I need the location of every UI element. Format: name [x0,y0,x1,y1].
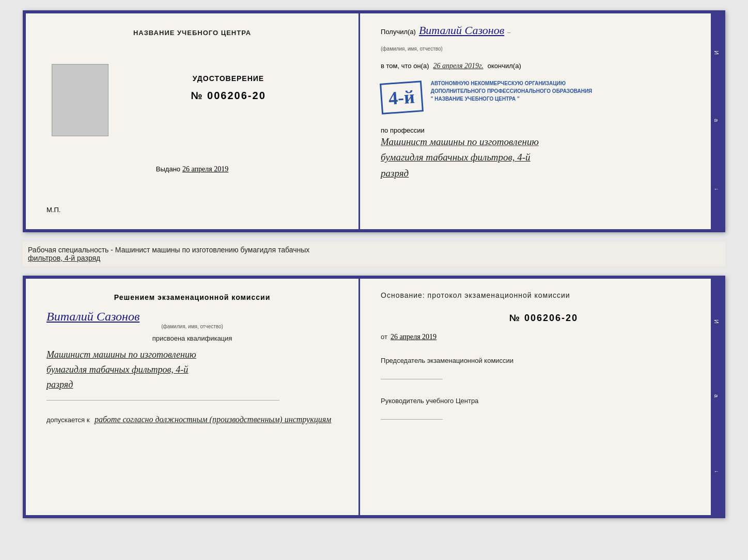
cert-title-block: НАЗВАНИЕ УЧЕБНОГО ЦЕНТРА [133,29,251,37]
basis-label: Основание: протокол экзаменационной коми… [381,291,707,299]
received-prefix: Получил(а) [381,27,416,37]
center-title-top: НАЗВАНИЕ УЧЕБНОГО ЦЕНТРА [133,29,251,37]
stamp-box: 4-й [380,81,424,114]
margin-bottom-letter-arrow: ← [713,468,719,474]
recipient-name: Виталий Сазонов [419,24,504,37]
cert-right-page: Получил(а) Виталий Сазонов – (фамилия, и… [360,13,722,229]
protocol-number: № 006206-20 [381,313,707,324]
protocol-date: 26 апреля 2019 [391,333,437,341]
certificate-document-bottom: Решением экзаменационной комиссии Витали… [23,276,725,518]
cert-title-label: УДОСТОВЕРЕНИЕ [193,74,264,83]
qualification-handwritten: Машинист машины по изготовлению бумагидл… [46,347,338,392]
middle-text-line2: фильтров, 4-й разряд [28,254,720,262]
issued-date: 26 апреля 2019 [182,165,228,173]
commission-title: Решением экзаменационной комиссии [46,293,338,301]
margin-letter-a: а [713,119,720,122]
stamp-line1: АВТОНОМНУЮ НЕКОММЕРЧЕСКУЮ ОРГАНИЗАЦИЮ [431,80,593,87]
margin-bottom-letter-a: а [713,394,720,397]
qualification-label: присвоена квалификация [46,334,338,342]
allowed-prefix: допускается к [46,416,89,424]
stamp-line3: " НАЗВАНИЕ УЧЕБНОГО ЦЕНТРА " [431,95,593,102]
issued-label: Выдано [156,165,180,173]
director-label: Руководитель учебного Центра [381,397,707,405]
cert-number: № 006206-20 [191,90,266,102]
completed-suffix: окончил(а) [488,61,521,72]
certificate-document-top: НАЗВАНИЕ УЧЕБНОГО ЦЕНТРА УДОСТОВЕРЕНИЕ №… [23,10,725,232]
right-margin-top: И а ← [711,13,722,229]
margin-bottom-letter-i: И [713,319,720,324]
mp-label: М.П. [46,206,60,214]
completed-date: 26 апреля 2019г. [433,62,483,70]
bottom-person-subtitle: (фамилия, имя, отчество) [46,324,338,329]
photo-placeholder [52,64,108,136]
margin-letter-arrow: ← [713,186,719,192]
bottom-person-name: Виталий Сазонов [46,310,338,324]
profession-handwritten: Машинист машины по изготовлению бумагидл… [381,134,707,181]
profession-prefix: по профессии [381,126,707,134]
middle-text-line1: Рабочая специальность - Машинист машины … [28,246,720,254]
right-margin-bottom: И а ← [711,279,722,515]
stamp-line2: ДОПОЛНИТЕЛЬНОГО ПРОФЕССИОНАЛЬНОГО ОБРАЗО… [431,88,593,94]
stamp-big-num: 4-й [388,86,416,109]
chairman-label: Председатель экзаменационной комиссии [381,357,707,364]
allowed-line: допускается к работе согласно должностны… [46,415,338,424]
cert-bottom-left-page: Решением экзаменационной комиссии Витали… [26,279,360,515]
middle-text-section: Рабочая специальность - Машинист машины … [23,242,725,266]
in-the-fact: в том, что он(а) [381,61,429,72]
recipient-subtitle: (фамилия, имя, отчество) [381,46,443,52]
cert-left-page: НАЗВАНИЕ УЧЕБНОГО ЦЕНТРА УДОСТОВЕРЕНИЕ №… [26,13,360,229]
margin-letter-i: И [713,51,720,55]
protocol-date-prefix: от [381,333,387,341]
allowed-handwritten: работе согласно должностным (производств… [95,415,331,424]
cert-bottom-right-page: Основание: протокол экзаменационной коми… [360,279,722,515]
